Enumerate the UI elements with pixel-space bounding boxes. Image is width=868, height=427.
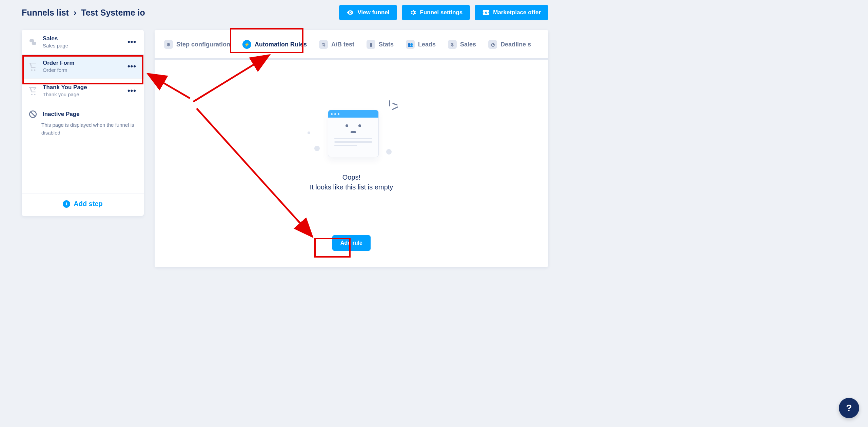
tabs-row: ⚙ Step configuration ⚡ Automation Rules … <box>155 30 548 60</box>
step-title: Thank You Page <box>43 84 121 91</box>
more-icon[interactable]: ••• <box>126 62 138 71</box>
step-subtitle: Thank you page <box>43 92 121 97</box>
breadcrumb: Funnels list › Test Systeme io <box>22 8 145 18</box>
sidebar-step-sales[interactable]: Sales Sales page ••• <box>22 30 144 54</box>
empty-state: Oops! It looks like this list is empty <box>155 100 548 191</box>
tab-automation-rules[interactable]: ⚡ Automation Rules <box>242 40 307 58</box>
people-icon: 👥 <box>406 40 415 49</box>
step-subtitle: Order form <box>43 67 121 73</box>
cart-icon <box>28 61 38 72</box>
tab-deadline[interactable]: ◔ Deadline s <box>488 40 531 58</box>
sidebar-step-thank-you[interactable]: Thank You Page Thank you page ••• <box>22 79 144 103</box>
forbidden-icon <box>28 109 38 119</box>
split-icon: ⇅ <box>319 40 328 49</box>
marketplace-offer-button[interactable]: Marketplace offer <box>475 5 548 20</box>
eye-icon <box>347 9 354 16</box>
funnel-settings-button[interactable]: Funnel settings <box>402 5 470 20</box>
tab-ab-test[interactable]: ⇅ A/B test <box>319 40 354 58</box>
bolt-icon: ⚡ <box>242 40 251 49</box>
sliders-icon: ⚙ <box>164 40 173 49</box>
breadcrumb-current: Test Systeme io <box>81 8 145 18</box>
step-subtitle: Sales page <box>43 43 121 48</box>
sidebar-inactive-page[interactable]: Inactive Page This page is displayed whe… <box>22 103 144 143</box>
inactive-description: This page is displayed when the funnel i… <box>41 121 136 137</box>
step-title: Sales <box>43 35 121 42</box>
more-icon[interactable]: ••• <box>126 86 138 95</box>
tab-step-configuration[interactable]: ⚙ Step configuration <box>164 40 230 58</box>
tab-sales[interactable]: $ Sales <box>448 40 476 58</box>
plus-circle-icon: + <box>63 200 70 208</box>
svg-line-3 <box>31 112 35 117</box>
funnel-steps-sidebar: Sales Sales page ••• Order Form Order fo… <box>22 30 144 216</box>
coins-icon <box>28 37 38 47</box>
dollar-icon: $ <box>448 40 457 49</box>
breadcrumb-root[interactable]: Funnels list <box>22 8 69 18</box>
step-title: Order Form <box>43 60 121 66</box>
chart-icon: ▮ <box>367 40 375 49</box>
chevron-right-icon: › <box>74 8 76 18</box>
clock-icon: ◔ <box>488 40 497 49</box>
gear-icon <box>409 9 417 16</box>
help-button[interactable]: ? <box>839 398 859 418</box>
header-actions: View funnel Funnel settings Marketplace … <box>339 5 548 20</box>
tab-stats[interactable]: ▮ Stats <box>367 40 394 58</box>
tab-leads[interactable]: 👥 Leads <box>406 40 436 58</box>
main-panel: ⚙ Step configuration ⚡ Automation Rules … <box>155 30 548 267</box>
inactive-title: Inactive Page <box>43 111 80 118</box>
empty-subtitle: It looks like this list is empty <box>310 183 393 191</box>
ticket-icon <box>482 9 490 16</box>
empty-title: Oops! <box>342 174 360 181</box>
cart-check-icon <box>28 86 38 96</box>
more-icon[interactable]: ••• <box>126 38 138 46</box>
empty-illustration <box>308 100 396 165</box>
sidebar-step-order-form[interactable]: Order Form Order form ••• <box>22 54 144 79</box>
add-step-button[interactable]: + Add step <box>22 194 144 216</box>
view-funnel-button[interactable]: View funnel <box>339 5 397 20</box>
add-rule-button[interactable]: Add rule <box>332 235 371 251</box>
